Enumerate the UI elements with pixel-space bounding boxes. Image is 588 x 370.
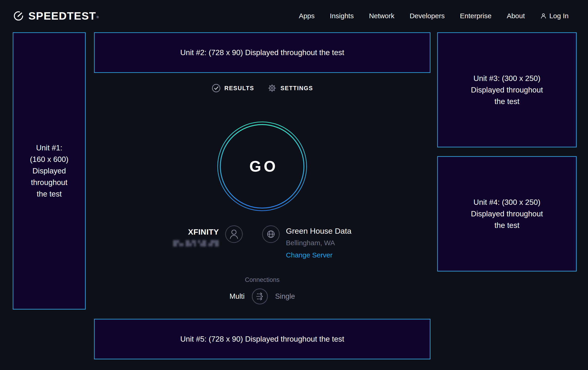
server-block: Green House Data Bellingham, WA Change S…: [262, 225, 352, 259]
isp-ip-redacted: █▚▖█▞▌▚█▗▛█: [173, 240, 219, 246]
connections-multi-option[interactable]: Multi: [230, 292, 245, 300]
server-name: Green House Data: [286, 227, 352, 236]
speedtest-page: SPEEDTEST® Apps Insights Network Develop…: [0, 0, 588, 370]
tab-results[interactable]: RESULTS: [211, 83, 254, 93]
isp-block: XFINITY █▚▖█▞▌▚█▗▛█: [173, 225, 243, 246]
ad-unit-4-text: Unit #4: (300 x 250) Displayed throughou…: [471, 197, 543, 231]
logo-wordmark: SPEEDTEST: [28, 10, 96, 22]
connections-single-option[interactable]: Single: [275, 292, 295, 300]
main-nav: Apps Insights Network Developers Enterpr…: [299, 12, 569, 20]
change-server-link[interactable]: Change Server: [286, 251, 352, 259]
nav-item-about[interactable]: About: [507, 12, 525, 20]
trademark-symbol: ®: [96, 15, 99, 19]
results-settings-tabs: RESULTS SETTINGS: [94, 83, 430, 93]
gauge-icon: [13, 10, 24, 22]
nav-item-insights[interactable]: Insights: [330, 12, 354, 20]
ad-unit-1-skyscraper[interactable]: Unit #1: (160 x 600) Displayed throughou…: [13, 32, 86, 310]
tab-settings[interactable]: SETTINGS: [267, 83, 313, 93]
ad-unit-3-rectangle[interactable]: Unit #3: (300 x 250) Displayed throughou…: [437, 32, 577, 147]
ad-unit-1-text: Unit #1: (160 x 600) Displayed throughou…: [30, 142, 69, 200]
ad-unit-5-leaderboard[interactable]: Unit #5: (728 x 90) Displayed throughout…: [94, 319, 430, 359]
ad-unit-2-text: Unit #2: (728 x 90) Displayed throughout…: [180, 47, 344, 58]
gear-icon: [267, 83, 277, 93]
go-button[interactable]: GO: [217, 121, 307, 211]
person-icon: [540, 13, 547, 19]
nav-item-enterprise[interactable]: Enterprise: [460, 12, 492, 20]
ad-unit-2-leaderboard[interactable]: Unit #2: (728 x 90) Displayed throughout…: [94, 32, 430, 73]
connections-section: Connections Multi Single: [94, 276, 430, 305]
go-button-label: GO: [217, 121, 307, 211]
nav-item-network[interactable]: Network: [369, 12, 394, 20]
top-nav-bar: SPEEDTEST® Apps Insights Network Develop…: [0, 0, 588, 32]
ad-unit-4-rectangle[interactable]: Unit #4: (300 x 250) Displayed throughou…: [437, 156, 577, 271]
isp-name: XFINITY: [173, 228, 219, 236]
multi-connection-toggle-icon[interactable]: [252, 288, 268, 305]
nav-item-apps[interactable]: Apps: [299, 12, 315, 20]
globe-icon: [262, 225, 280, 243]
speedtest-logo[interactable]: SPEEDTEST®: [13, 10, 99, 22]
login-button[interactable]: Log In: [540, 12, 569, 20]
tab-settings-label: SETTINGS: [280, 85, 313, 91]
ad-unit-3-text: Unit #3: (300 x 250) Displayed throughou…: [471, 73, 543, 107]
ad-unit-5-text: Unit #5: (728 x 90) Displayed throughout…: [180, 333, 344, 345]
nav-item-developers[interactable]: Developers: [410, 12, 445, 20]
tab-results-label: RESULTS: [224, 85, 254, 91]
check-circle-icon: [211, 83, 221, 93]
server-location: Bellingham, WA: [286, 239, 352, 247]
connection-info-row: XFINITY █▚▖█▞▌▚█▗▛█ Green House Data Bel…: [94, 225, 430, 259]
user-circle-icon: [225, 225, 243, 243]
connections-label: Connections: [94, 276, 430, 283]
login-label: Log In: [549, 12, 569, 20]
